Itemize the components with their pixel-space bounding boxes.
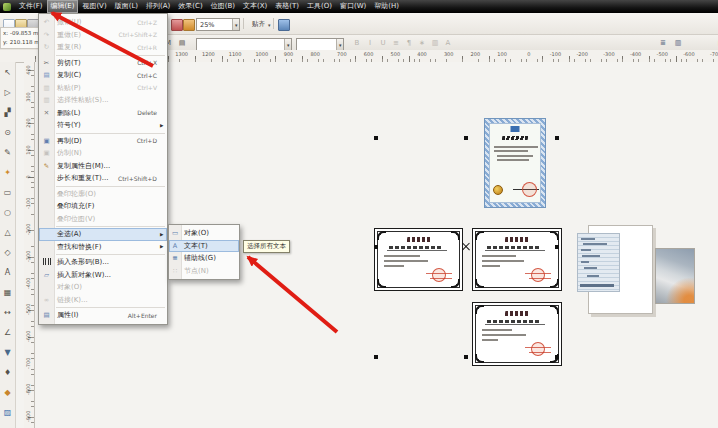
edit-menu-item[interactable]: ↷重做(E)Ctrl+Shift+Z bbox=[39, 29, 167, 42]
edit-menu-item[interactable]: ▤属性(I)Alt+Enter bbox=[39, 309, 167, 322]
chevron-down-icon[interactable]: ▾ bbox=[268, 22, 271, 28]
menubar-item-0[interactable]: 文件(F) bbox=[15, 0, 47, 13]
selection-handle[interactable] bbox=[374, 355, 378, 359]
export-icon[interactable] bbox=[183, 19, 195, 31]
menu-item-shortcut: Ctrl+V bbox=[137, 84, 160, 91]
edit-menu-item[interactable]: ▣再制(D)Ctrl+D bbox=[39, 135, 167, 148]
x-label: x: bbox=[3, 29, 8, 38]
menubar-item-5[interactable]: 效果(C) bbox=[174, 0, 206, 13]
submenu-item[interactable]: ▭对象(O) bbox=[169, 227, 239, 240]
edit-menu-item[interactable]: 对象(O) bbox=[39, 281, 167, 294]
selection-handle[interactable] bbox=[464, 136, 468, 140]
edit-menu-item[interactable]: ✎复制属性自(M)... bbox=[39, 160, 167, 173]
menu-item-label: 符号(Y) bbox=[54, 120, 157, 130]
chevron-down-icon[interactable]: ▾ bbox=[336, 39, 343, 50]
edit-text-icon[interactable]: ▤ bbox=[177, 39, 187, 48]
freehand-tool[interactable]: ✎ bbox=[0, 142, 15, 162]
menubar-item-1[interactable]: 编辑(E) bbox=[47, 0, 79, 13]
submenu-item[interactable]: ≣辅助线(G) bbox=[169, 252, 239, 265]
fill-tool[interactable]: ◆ bbox=[0, 382, 15, 402]
menubar-item-2[interactable]: 视图(V) bbox=[78, 0, 110, 13]
submenu-item[interactable]: ∷节点(N) bbox=[169, 265, 239, 278]
edit-menu-item[interactable]: ▥粘贴(P)Ctrl+V bbox=[39, 82, 167, 95]
menubar-item-9[interactable]: 工具(O) bbox=[303, 0, 336, 13]
edit-menu-item[interactable]: 插入条形码(B)... bbox=[39, 256, 167, 269]
handwritten-note[interactable] bbox=[577, 233, 620, 292]
polygon-tool[interactable]: △ bbox=[0, 222, 15, 242]
outline-pen-tool[interactable]: ♦ bbox=[0, 362, 15, 382]
interactive-fill-tool[interactable]: ▨ bbox=[0, 402, 15, 422]
edit-menu-item[interactable]: ▥选择性粘贴(S)... bbox=[39, 94, 167, 107]
zoom-level-select[interactable]: 25% ▾ bbox=[196, 18, 240, 31]
menu-separator bbox=[56, 55, 165, 56]
ruler-number: -400 bbox=[25, 279, 31, 289]
menubar-item-11[interactable]: 帮助(H) bbox=[370, 0, 403, 13]
sky-photo[interactable] bbox=[655, 248, 695, 304]
edit-menu-item[interactable]: 叠印填充(F) bbox=[39, 200, 167, 213]
edit-menu-item[interactable]: 叠印轮廓(O) bbox=[39, 188, 167, 201]
menu-item-shortcut: Ctrl+R bbox=[137, 44, 160, 51]
eyedropper-tool[interactable]: ▼ bbox=[0, 342, 15, 362]
align-icon[interactable]: ≡ bbox=[391, 39, 401, 48]
vertical-ruler[interactable]: 4003002001000-100-200-300-400-500-600-70… bbox=[24, 62, 35, 428]
selection-handle[interactable] bbox=[374, 136, 378, 140]
blue-certificate[interactable] bbox=[484, 118, 546, 208]
shape-tool[interactable]: ▷ bbox=[0, 82, 15, 102]
edit-menu-item[interactable]: ↶撤销(U)Ctrl+Z bbox=[39, 16, 167, 29]
rectangle-tool[interactable]: ▭ bbox=[0, 182, 15, 202]
chevron-down-icon[interactable]: ▾ bbox=[284, 39, 291, 50]
edit-menu-item[interactable]: 符号(Y)▶ bbox=[39, 119, 167, 132]
menubar-item-8[interactable]: 表格(T) bbox=[271, 0, 303, 13]
award-certificate-bottom[interactable] bbox=[472, 302, 562, 366]
chevron-down-icon[interactable]: ▾ bbox=[232, 19, 239, 30]
zoom-tool[interactable]: ⊙ bbox=[0, 122, 15, 142]
edit-menu-item[interactable]: 查找和替换(F)▶ bbox=[39, 241, 167, 254]
bold-icon[interactable]: B bbox=[352, 39, 362, 48]
selection-center-mark[interactable] bbox=[462, 243, 470, 251]
selection-handle[interactable] bbox=[555, 245, 559, 249]
pick-tool[interactable]: ↖ bbox=[0, 62, 15, 82]
selection-handle[interactable] bbox=[464, 355, 468, 359]
award-certificate-right[interactable] bbox=[472, 228, 562, 291]
table-tool[interactable]: ▦ bbox=[0, 282, 15, 302]
bullet-list-icon[interactable]: ▥ bbox=[430, 39, 440, 48]
edit-menu-item[interactable]: 步长和重复(T)...Ctrl+Shift+D bbox=[39, 172, 167, 185]
connector-tool[interactable]: ∠ bbox=[0, 322, 15, 342]
snap-to-dropdown[interactable]: 贴齐 ▾ bbox=[248, 18, 275, 31]
edit-menu-item[interactable]: 叠印位图(V) bbox=[39, 213, 167, 226]
ellipse-tool[interactable]: ○ bbox=[0, 202, 15, 222]
drop-cap-icon[interactable]: A bbox=[443, 39, 453, 48]
menubar-item-4[interactable]: 排列(A) bbox=[142, 0, 174, 13]
submenu-item[interactable]: A文本(T) bbox=[169, 240, 239, 253]
text-tool[interactable]: A bbox=[0, 262, 15, 282]
paragraph-icon[interactable]: ¶ bbox=[404, 39, 414, 48]
crop-tool[interactable]: ▞ bbox=[0, 102, 15, 122]
selection-handle[interactable] bbox=[374, 245, 378, 249]
select-text-icon: A bbox=[169, 240, 181, 253]
smart-fill-tool[interactable]: ✦ bbox=[0, 162, 15, 182]
text-frame-icon[interactable]: ≣ bbox=[658, 39, 668, 48]
italic-icon[interactable]: I bbox=[365, 39, 375, 48]
edit-menu-item[interactable]: ✂剪切(T)Ctrl+X bbox=[39, 57, 167, 70]
columns-icon[interactable]: ▥ bbox=[673, 39, 683, 48]
edit-menu-item[interactable]: 全选(A)▶ bbox=[39, 228, 167, 241]
edit-menu-item[interactable]: ▱插入新对象(W)... bbox=[39, 269, 167, 282]
edit-menu-item[interactable]: ↻重复(R)Ctrl+R bbox=[39, 41, 167, 54]
edit-menu-item[interactable]: ✕删除(L)Delete bbox=[39, 107, 167, 120]
edit-menu-item[interactable]: ▣仿制(N) bbox=[39, 147, 167, 160]
options-icon[interactable] bbox=[278, 19, 290, 31]
basic-shapes-tool[interactable]: ◇ bbox=[0, 242, 15, 262]
import-icon[interactable] bbox=[171, 19, 183, 31]
edit-menu-item[interactable]: ∞链接(K)... bbox=[39, 294, 167, 307]
menubar-item-10[interactable]: 窗口(W) bbox=[336, 0, 370, 13]
menubar-item-6[interactable]: 位图(B) bbox=[207, 0, 239, 13]
character-format-icon[interactable]: ∗ bbox=[417, 39, 427, 48]
award-certificate-left[interactable] bbox=[374, 228, 463, 291]
menubar-item-7[interactable]: 文本(X) bbox=[239, 0, 271, 13]
edit-menu-item[interactable]: ▤复制(C)Ctrl+C bbox=[39, 69, 167, 82]
dimension-tool[interactable]: ↔ bbox=[0, 302, 15, 322]
underline-icon[interactable]: U bbox=[378, 39, 388, 48]
selection-handle[interactable] bbox=[555, 136, 559, 140]
selection-handle[interactable] bbox=[555, 355, 559, 359]
menubar-item-3[interactable]: 版面(L) bbox=[111, 0, 142, 13]
